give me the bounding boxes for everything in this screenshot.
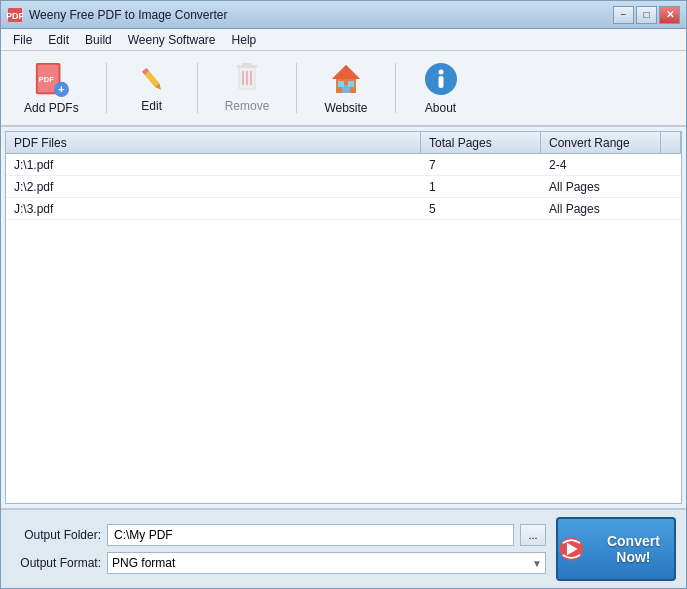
cell-pages-0: 7 xyxy=(421,154,541,175)
col-pages: Total Pages xyxy=(421,132,541,153)
about-button[interactable]: About xyxy=(410,56,472,120)
menu-help[interactable]: Help xyxy=(224,31,265,49)
website-label: Website xyxy=(324,101,367,115)
file-table: PDF Files Total Pages Convert Range J:\1… xyxy=(5,131,682,504)
menu-bar: File Edit Build Weeny Software Help xyxy=(1,29,686,51)
svg-point-22 xyxy=(438,70,443,75)
table-row[interactable]: J:\3.pdf 5 All Pages xyxy=(6,198,681,220)
cell-pages-1: 1 xyxy=(421,176,541,197)
format-select-wrapper: PNG format JPG format BMP format GIF for… xyxy=(107,552,546,574)
cell-file-2: J:\3.pdf xyxy=(6,198,421,219)
toolbar-sep-3 xyxy=(296,63,297,113)
toolbar: PDF + Add PDFs Edit xyxy=(1,51,686,127)
toolbar-sep-4 xyxy=(395,63,396,113)
main-window: PDF Weeny Free PDF to Image Converter − … xyxy=(0,0,687,589)
add-pdfs-button[interactable]: PDF + Add PDFs xyxy=(11,56,92,120)
website-button[interactable]: Website xyxy=(311,56,380,120)
toolbar-sep-1 xyxy=(106,63,107,113)
svg-text:PDF: PDF xyxy=(7,11,23,21)
output-format-label: Output Format: xyxy=(11,556,101,570)
col-range: Convert Range xyxy=(541,132,661,153)
maximize-button[interactable]: □ xyxy=(636,6,657,24)
cell-pages-2: 5 xyxy=(421,198,541,219)
table-row[interactable]: J:\1.pdf 7 2-4 xyxy=(6,154,681,176)
output-folder-row: Output Folder: ... xyxy=(11,524,546,546)
cell-range-1: All Pages xyxy=(541,176,661,197)
remove-icon xyxy=(229,63,265,95)
add-pdfs-label: Add PDFs xyxy=(24,101,79,115)
about-label: About xyxy=(425,101,456,115)
minimize-button[interactable]: − xyxy=(613,6,634,24)
window-title: Weeny Free PDF to Image Converter xyxy=(29,8,613,22)
toolbar-sep-2 xyxy=(197,63,198,113)
table-row[interactable]: J:\2.pdf 1 All Pages xyxy=(6,176,681,198)
remove-button[interactable]: Remove xyxy=(212,56,283,120)
svg-rect-19 xyxy=(338,81,344,87)
pdf-add-icon: PDF + xyxy=(33,61,69,97)
convert-icon xyxy=(558,534,585,564)
svg-marker-17 xyxy=(332,65,360,79)
title-bar: PDF Weeny Free PDF to Image Converter − … xyxy=(1,1,686,29)
convert-button[interactable]: Convert Now! xyxy=(556,517,676,581)
edit-label: Edit xyxy=(141,99,162,113)
info-icon xyxy=(423,61,459,97)
menu-weeny[interactable]: Weeny Software xyxy=(120,31,224,49)
edit-button[interactable]: Edit xyxy=(121,56,183,120)
table-header: PDF Files Total Pages Convert Range xyxy=(6,132,681,154)
convert-button-label: Convert Now! xyxy=(593,533,674,565)
menu-file[interactable]: File xyxy=(5,31,40,49)
remove-label: Remove xyxy=(225,99,270,113)
window-icon: PDF xyxy=(7,7,23,23)
content-area: PDF Files Total Pages Convert Range J:\1… xyxy=(1,127,686,508)
col-files: PDF Files xyxy=(6,132,421,153)
house-icon xyxy=(328,61,364,97)
svg-text:+: + xyxy=(58,83,65,95)
browse-button[interactable]: ... xyxy=(520,524,546,546)
menu-edit[interactable]: Edit xyxy=(40,31,77,49)
cell-file-0: J:\1.pdf xyxy=(6,154,421,175)
cell-range-0: 2-4 xyxy=(541,154,661,175)
cell-range-2: All Pages xyxy=(541,198,661,219)
svg-rect-15 xyxy=(242,63,252,67)
close-button[interactable]: ✕ xyxy=(659,6,680,24)
output-folder-input[interactable] xyxy=(107,524,514,546)
svg-rect-23 xyxy=(438,76,443,88)
bottom-bar: Output Folder: ... Output Format: PNG fo… xyxy=(1,508,686,588)
cell-extra-2 xyxy=(661,198,681,219)
window-controls: − □ ✕ xyxy=(613,6,680,24)
cell-file-1: J:\2.pdf xyxy=(6,176,421,197)
cell-extra-0 xyxy=(661,154,681,175)
svg-rect-20 xyxy=(348,81,354,87)
output-folder-label: Output Folder: xyxy=(11,528,101,542)
bottom-fields: Output Folder: ... Output Format: PNG fo… xyxy=(11,524,546,574)
svg-text:PDF: PDF xyxy=(39,75,55,84)
menu-build[interactable]: Build xyxy=(77,31,120,49)
col-extra xyxy=(661,132,681,153)
format-select[interactable]: PNG format JPG format BMP format GIF for… xyxy=(107,552,546,574)
cell-extra-1 xyxy=(661,176,681,197)
table-body: J:\1.pdf 7 2-4 J:\2.pdf 1 All Pages J:\3… xyxy=(6,154,681,503)
output-format-row: Output Format: PNG format JPG format BMP… xyxy=(11,552,546,574)
pencil-icon xyxy=(134,63,170,95)
